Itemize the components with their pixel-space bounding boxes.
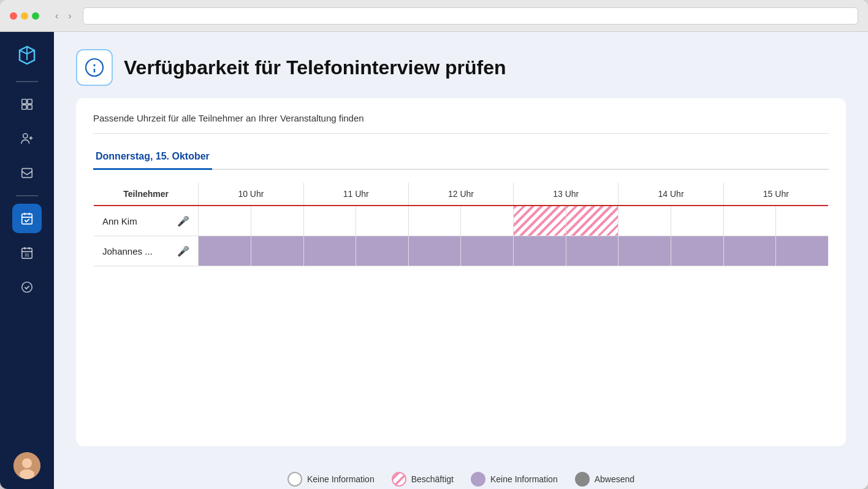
slot-jo-13-30 <box>566 236 619 266</box>
slot-jo-11-00 <box>303 236 356 266</box>
legend-label-beschaeftigt: Beschäftigt <box>411 474 454 484</box>
traffic-light-minimize[interactable] <box>21 12 28 20</box>
legend-label-abwesend: Abwesend <box>595 474 634 484</box>
svg-rect-1 <box>28 99 32 104</box>
svg-rect-6 <box>22 214 32 225</box>
avatar[interactable] <box>13 452 40 479</box>
slot-jo-13-00 <box>514 236 566 266</box>
schedule-container[interactable]: Teilnehmer 10 Uhr 11 Uhr 12 Uhr 13 Uhr 1… <box>93 182 829 431</box>
traffic-light-maximize[interactable] <box>32 12 39 20</box>
slot-jo-14-30 <box>671 236 724 266</box>
schedule-header-row: Teilnehmer 10 Uhr 11 Uhr 12 Uhr 13 Uhr 1… <box>94 183 829 206</box>
svg-point-12 <box>20 469 34 479</box>
tab-header: Donnerstag, 15. Oktober <box>93 146 829 170</box>
nav-buttons: ‹ › <box>51 9 75 23</box>
card-subtitle: Passende Uhrzeit für alle Teilnehmer an … <box>93 113 829 134</box>
microphone-icon-johannes: 🎤 <box>177 245 189 257</box>
slot-jo-10-00 <box>199 236 251 266</box>
col-header-11: 11 Uhr <box>303 183 408 206</box>
table-row-empty <box>94 266 829 303</box>
svg-text:31: 31 <box>25 253 29 257</box>
legend-swatch-busy <box>392 472 406 487</box>
sidebar-divider-mid <box>16 195 38 196</box>
svg-point-4 <box>23 134 28 138</box>
col-header-14: 14 Uhr <box>619 183 723 206</box>
header-icon <box>76 49 113 86</box>
legend-swatch-unavail <box>471 472 485 487</box>
table-row: Ann Kim 🎤 <box>94 206 829 236</box>
slot-ann-14-30 <box>671 206 724 236</box>
schedule-table: Teilnehmer 10 Uhr 11 Uhr 12 Uhr 13 Uhr 1… <box>93 182 829 303</box>
legend-swatch-absent <box>575 472 590 487</box>
svg-rect-3 <box>28 105 32 109</box>
svg-point-9 <box>22 282 32 293</box>
slot-ann-15-30 <box>776 206 829 236</box>
slot-ann-12-30 <box>461 206 514 236</box>
slot-jo-12-00 <box>408 236 461 266</box>
legend-label-keine-info-2: Keine Information <box>490 474 558 484</box>
main-card: Passende Uhrzeit für alle Teilnehmer an … <box>76 98 846 446</box>
slot-jo-15-00 <box>723 236 776 266</box>
legend: Keine Information Beschäftigt Keine Info… <box>54 461 868 489</box>
slot-ann-10-00 <box>199 206 251 236</box>
slot-jo-14-00 <box>619 236 671 266</box>
svg-rect-2 <box>22 105 26 109</box>
legend-label-keine-info-1: Keine Information <box>307 474 375 484</box>
svg-point-13 <box>86 59 103 76</box>
col-header-10: 10 Uhr <box>199 183 303 206</box>
browser-body: 31 <box>0 32 868 489</box>
col-header-13: 13 Uhr <box>514 183 619 206</box>
sidebar-item-users[interactable] <box>12 124 42 153</box>
page-title: Verfügbarkeit für Telefoninterview prüfe… <box>124 56 506 79</box>
participant-name-johannes: Johannes ... <box>102 246 153 256</box>
svg-rect-5 <box>22 169 32 178</box>
address-bar[interactable] <box>83 7 858 25</box>
legend-item-keine-info-2: Keine Information <box>471 472 558 487</box>
svg-point-14 <box>94 64 96 66</box>
slot-ann-14-00 <box>619 206 671 236</box>
slot-ann-11-30 <box>356 206 409 236</box>
slot-ann-12-00 <box>408 206 461 236</box>
slot-ann-10-30 <box>251 206 303 236</box>
slot-ann-15-00 <box>723 206 776 236</box>
sidebar-item-tasks[interactable] <box>12 272 42 302</box>
forward-button[interactable]: › <box>64 9 75 23</box>
sidebar-item-calendar-check[interactable] <box>12 204 42 233</box>
sidebar-item-inbox[interactable] <box>12 158 42 188</box>
col-header-12: 12 Uhr <box>408 183 513 206</box>
sidebar-divider-top <box>16 81 38 82</box>
participant-cell-johannes: Johannes ... 🎤 <box>94 236 199 266</box>
traffic-lights <box>10 12 39 20</box>
main-content: Verfügbarkeit für Telefoninterview prüfe… <box>54 32 868 489</box>
slot-jo-11-30 <box>356 236 409 266</box>
browser-titlebar: ‹ › <box>0 0 868 32</box>
slot-ann-13-00 <box>514 206 566 236</box>
sidebar-item-dashboard[interactable] <box>12 90 42 119</box>
browser-window: ‹ › <box>0 0 868 489</box>
sidebar: 31 <box>0 32 54 489</box>
app-logo[interactable] <box>13 42 40 69</box>
tab-thursday[interactable]: Donnerstag, 15. Oktober <box>93 146 212 170</box>
table-row: Johannes ... 🎤 <box>94 236 829 266</box>
legend-item-beschaeftigt: Beschäftigt <box>392 472 454 487</box>
legend-item-abwesend: Abwesend <box>575 472 634 487</box>
sidebar-item-calendar[interactable]: 31 <box>12 238 42 268</box>
traffic-light-close[interactable] <box>10 12 17 20</box>
page-header: Verfügbarkeit für Telefoninterview prüfe… <box>54 32 868 98</box>
slot-jo-10-30 <box>251 236 303 266</box>
legend-swatch-free <box>287 472 302 487</box>
svg-rect-0 <box>22 99 26 104</box>
slot-ann-11-00 <box>303 206 356 236</box>
participant-name-ann: Ann Kim <box>102 216 137 226</box>
back-button[interactable]: ‹ <box>51 9 62 23</box>
col-header-15: 15 Uhr <box>723 183 828 206</box>
slot-ann-13-30 <box>566 206 619 236</box>
microphone-icon-ann: 🎤 <box>177 215 189 227</box>
slot-jo-15-30 <box>776 236 829 266</box>
slot-jo-12-30 <box>461 236 514 266</box>
avatar-initials <box>13 452 40 479</box>
legend-item-keine-info-1: Keine Information <box>287 472 375 487</box>
participant-cell-ann: Ann Kim 🎤 <box>94 206 199 236</box>
svg-point-11 <box>22 458 32 468</box>
col-header-participant: Teilnehmer <box>94 183 199 206</box>
